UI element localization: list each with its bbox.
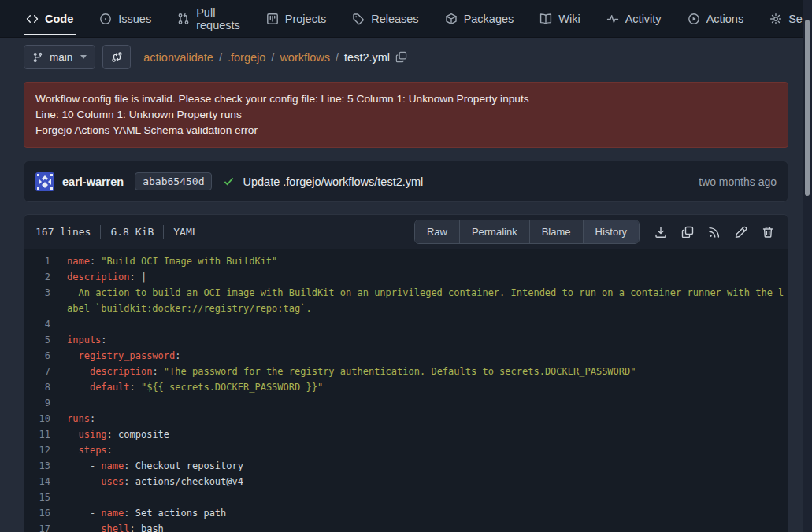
- git-branch-icon: [32, 52, 43, 63]
- permalink-button[interactable]: Permalink: [460, 220, 530, 243]
- code-line: 12 steps:: [24, 442, 788, 458]
- blame-button[interactable]: Blame: [530, 220, 584, 243]
- line-content: An action to build an OCI image with Bui…: [67, 285, 788, 316]
- branch-selector[interactable]: main: [24, 45, 95, 69]
- copy-button[interactable]: [676, 220, 699, 244]
- line-content: [67, 316, 788, 332]
- tab-code[interactable]: Code: [24, 0, 76, 37]
- tab-pull-requests[interactable]: Pull requests: [175, 0, 243, 37]
- code-line: 15: [24, 490, 788, 505]
- code-line: 4: [24, 316, 788, 332]
- code-viewer: 1name: "Build OCI Image with BuildKit"2d…: [24, 249, 788, 532]
- download-icon: [654, 226, 667, 238]
- line-number[interactable]: 15: [24, 490, 67, 505]
- tab-releases[interactable]: Releases: [350, 0, 421, 37]
- breadcrumb: actionvalidate/.forgejo/workflows/test2.…: [143, 51, 390, 64]
- tab-label: Actions: [706, 13, 744, 25]
- edit-icon: [735, 226, 747, 238]
- line-number[interactable]: 13: [24, 458, 67, 474]
- tab-issues[interactable]: Issues: [97, 0, 154, 37]
- git-compare-icon: [111, 51, 123, 63]
- line-number[interactable]: 10: [24, 411, 67, 427]
- line-content: - name: Checkout repository: [67, 458, 788, 474]
- pulse-icon: [606, 13, 619, 25]
- book-icon: [539, 13, 552, 25]
- avatar[interactable]: [35, 172, 54, 191]
- tab-label: Projects: [285, 13, 326, 25]
- commit-author[interactable]: earl-warren: [62, 175, 124, 188]
- breadcrumb-separator: /: [336, 51, 339, 64]
- commit-status-check-icon[interactable]: [223, 175, 235, 187]
- breadcrumb-workflows[interactable]: workflows: [280, 51, 330, 64]
- line-content: default: "${{ secrets.DOCKER_PASSWORD }}…: [67, 379, 788, 395]
- code-line: 10runs:: [24, 411, 788, 427]
- line-content: steps:: [67, 442, 788, 458]
- line-number[interactable]: 11: [24, 427, 67, 442]
- line-number[interactable]: 6: [24, 348, 67, 364]
- play-circle-icon: [688, 13, 700, 25]
- line-number[interactable]: 3: [24, 285, 67, 316]
- breadcrumb-actionvalidate[interactable]: actionvalidate: [143, 51, 213, 64]
- line-content: inputs:: [67, 332, 788, 348]
- tab-label: Packages: [464, 13, 514, 25]
- code-line: 5inputs:: [24, 332, 788, 348]
- gear-icon: [769, 13, 782, 25]
- code-line: 3 An action to build an OCI image with B…: [24, 285, 788, 316]
- line-number[interactable]: 4: [24, 316, 67, 332]
- line-number[interactable]: 12: [24, 442, 67, 458]
- file-line-count: 167 lines: [35, 226, 91, 238]
- tab-label: Pull requests: [196, 6, 240, 31]
- commit-hash[interactable]: abab65450d: [135, 172, 212, 190]
- tab-label: Wiki: [558, 13, 580, 25]
- code-line: 14 uses: actions/checkout@v4: [24, 474, 788, 490]
- code-line: 17 shell: bash: [24, 521, 788, 532]
- breadcrumb-.forgejo[interactable]: .forgejo: [228, 51, 265, 64]
- copy-path-icon[interactable]: [395, 51, 407, 63]
- tab-projects[interactable]: Projects: [264, 0, 328, 37]
- delete-icon: [762, 226, 774, 238]
- rss-icon: [708, 226, 721, 238]
- code-line: 1name: "Build OCI Image with BuildKit": [24, 253, 788, 269]
- line-content: description: |: [67, 269, 788, 285]
- breadcrumb-test2.yml: test2.yml: [344, 51, 390, 64]
- workflow-error-message: Workflow config file is invalid. Please …: [24, 82, 788, 148]
- line-number[interactable]: 9: [24, 395, 67, 411]
- tab-label: Activity: [625, 13, 662, 25]
- line-number[interactable]: 14: [24, 474, 67, 490]
- history-button[interactable]: History: [584, 220, 639, 243]
- line-number[interactable]: 16: [24, 505, 67, 521]
- line-number[interactable]: 1: [24, 253, 67, 269]
- copy-icon: [681, 226, 694, 238]
- file-view: 167 lines 6.8 KiB YAML RawPermalinkBlame…: [24, 214, 788, 532]
- line-content: - name: Set actions path: [67, 505, 788, 521]
- edit-button[interactable]: [729, 220, 753, 244]
- line-number[interactable]: 7: [24, 364, 67, 379]
- commit-message[interactable]: Update .forgejo/workflows/test2.yml: [243, 175, 423, 188]
- tab-activity[interactable]: Activity: [604, 0, 664, 37]
- raw-button[interactable]: Raw: [415, 220, 460, 243]
- file-language: YAML: [173, 226, 198, 238]
- tab-actions[interactable]: Actions: [685, 0, 747, 37]
- delete-button[interactable]: [756, 220, 780, 244]
- scrollbar-thumb[interactable]: [805, 20, 810, 196]
- code-line: 8 default: "${{ secrets.DOCKER_PASSWORD …: [24, 379, 788, 395]
- package-icon: [445, 13, 458, 25]
- code-line: 16 - name: Set actions path: [24, 505, 788, 521]
- latest-commit: earl-warren abab65450d Update .forgejo/w…: [24, 161, 788, 202]
- compare-button[interactable]: [102, 45, 131, 69]
- download-button[interactable]: [649, 220, 673, 244]
- divider: [163, 225, 164, 239]
- line-number[interactable]: 5: [24, 332, 67, 348]
- commit-time: two months ago: [699, 175, 777, 188]
- line-content: [67, 490, 788, 505]
- line-number[interactable]: 17: [24, 521, 67, 532]
- tab-wiki[interactable]: Wiki: [537, 0, 582, 37]
- project-icon: [266, 13, 279, 25]
- rss-button[interactable]: [703, 220, 726, 244]
- tab-packages[interactable]: Packages: [443, 0, 517, 37]
- line-number[interactable]: 2: [24, 269, 67, 285]
- line-number[interactable]: 8: [24, 379, 67, 395]
- error-line: Workflow config file is invalid. Please …: [35, 91, 777, 107]
- code-line: 9: [24, 395, 788, 411]
- error-line: Forgejo Actions YAML Schema validation e…: [35, 123, 777, 139]
